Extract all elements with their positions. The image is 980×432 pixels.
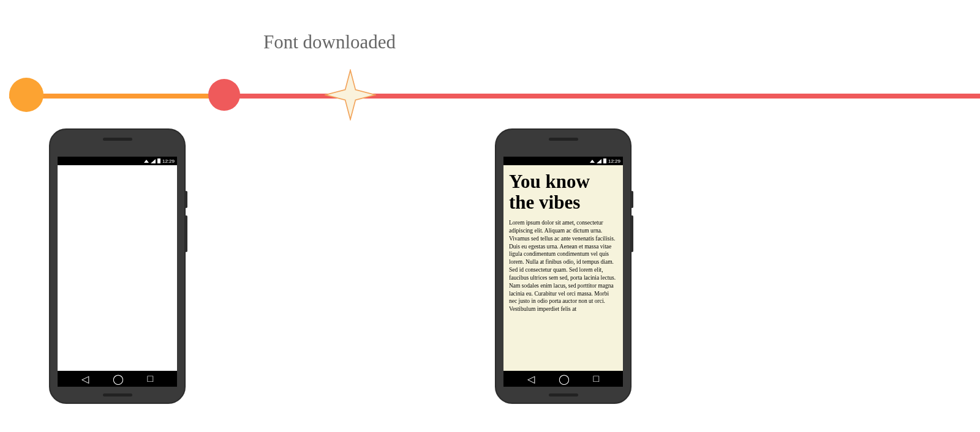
statusbar-time: 12:29 [162,158,175,164]
phone-volume-button [185,215,187,252]
phone-power-button [185,191,187,208]
phone-after: 12:29 You know the vibes Lorem ipsum dol… [495,128,631,404]
nav-back-icon: ◁ [527,373,535,385]
signal-icon [597,159,601,163]
phone-navbar: ◁ ◯ □ [58,371,177,387]
timeline-marker-label: Font downloaded [263,31,396,53]
phone-screen-blank [58,165,177,371]
nav-recent-icon: □ [593,373,599,384]
timeline-event-dot [208,79,240,111]
svg-marker-0 [326,70,375,120]
phone-volume-button [631,215,633,252]
timeline [0,76,980,113]
wifi-icon [590,160,595,163]
article-title: You know the vibes [509,171,617,213]
phone-chin-speaker [549,393,578,397]
signal-icon [151,159,156,163]
phone-earpiece [103,138,132,141]
phone-chin-speaker [103,393,132,397]
nav-back-icon: ◁ [81,373,89,385]
nav-recent-icon: □ [147,373,153,384]
phone-statusbar: 12:29 [58,157,177,165]
article-body: Lorem ipsum dolor sit amet, consectetur … [509,219,617,313]
statusbar-time: 12:29 [608,158,620,164]
battery-icon [157,158,160,163]
phone-power-button [631,191,633,208]
phones-row: 12:29 ◁ ◯ □ 12:29 You know the vibes Lor… [0,128,980,422]
battery-icon [603,158,606,163]
nav-home-icon: ◯ [559,373,570,385]
wifi-icon [144,160,149,163]
timeline-font-downloaded-star-icon [325,69,376,121]
phone-statusbar: 12:29 [503,157,623,165]
timeline-start-dot [9,78,43,112]
phone-before: 12:29 ◁ ◯ □ [49,128,186,404]
phone-navbar: ◁ ◯ □ [503,371,623,387]
phone-screen-article: You know the vibes Lorem ipsum dolor sit… [503,165,623,371]
phone-earpiece [549,138,578,141]
nav-home-icon: ◯ [113,373,124,385]
